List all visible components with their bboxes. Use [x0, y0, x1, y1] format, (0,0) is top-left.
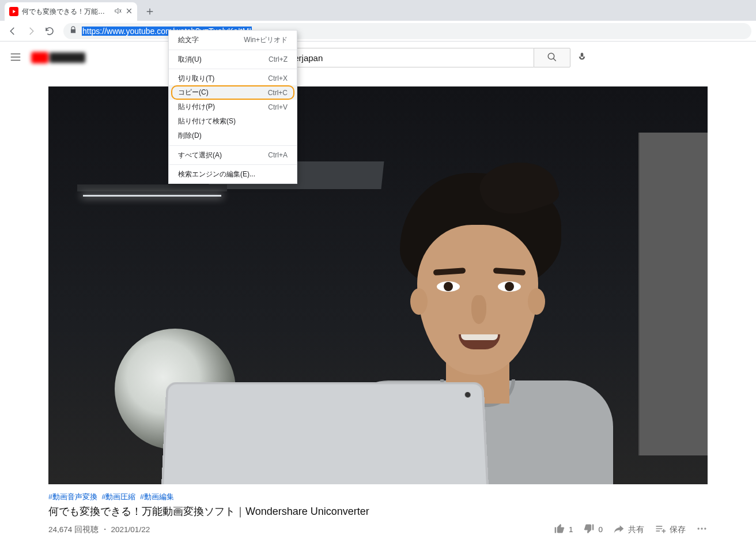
thumbs-down-icon [583, 523, 595, 535]
hashtag-link[interactable]: #動画音声変換 [48, 493, 97, 501]
video-actions: 1 0 共有 保存 [554, 523, 708, 535]
svg-point-0 [548, 53, 554, 59]
ctx-shortcut: Ctrl+C [268, 89, 288, 97]
dislike-count: 0 [598, 525, 603, 534]
svg-point-2 [701, 528, 702, 529]
ctx-paste-search[interactable]: 貼り付けて検索(S) [169, 114, 297, 129]
ctx-label: 取消(U) [178, 55, 202, 65]
ctx-undo[interactable]: 取消(U) Ctrl+Z [169, 50, 297, 66]
ctx-delete[interactable]: 削除(D) [169, 129, 297, 143]
page-content: #動画音声変換 #動画圧縮 #動画編集 何でも変換できる！万能動画変換ソフト｜W… [0, 86, 756, 535]
ctx-label: 貼り付けて検索(S) [178, 116, 236, 126]
hashtag-link[interactable]: #動画圧縮 [101, 493, 135, 501]
share-label: 共有 [628, 525, 644, 535]
playlist-add-icon [655, 523, 666, 535]
reload-button[interactable] [41, 23, 58, 39]
tab-close-icon[interactable] [126, 7, 133, 16]
save-label: 保存 [670, 525, 686, 535]
video-player[interactable] [48, 86, 708, 484]
youtube-favicon-icon [9, 7, 18, 16]
address-bar[interactable]: https://www.youtube.com/watch?v=TuolvKoI… [63, 23, 751, 39]
like-count: 1 [569, 525, 573, 534]
ctx-paste[interactable]: 貼り付け(P) Ctrl+V [169, 100, 297, 114]
forward-button[interactable] [23, 23, 39, 39]
search-icon [547, 52, 557, 64]
tab-mute-icon[interactable] [114, 7, 122, 17]
thumbs-up-icon [554, 523, 565, 535]
ctx-label: 切り取り(T) [178, 74, 214, 84]
ctx-copy[interactable]: コピー(C) Ctrl+C [169, 85, 297, 100]
meta-separator: ・ [101, 525, 109, 534]
save-button[interactable]: 保存 [655, 523, 686, 535]
ctx-cut[interactable]: 切り取り(T) Ctrl+X [169, 69, 297, 85]
new-tab-button[interactable] [142, 3, 158, 20]
ctx-label: 絵文字 [178, 35, 199, 45]
ctx-label: 削除(D) [178, 131, 202, 141]
youtube-header [0, 42, 756, 74]
youtube-logo-text [50, 52, 85, 63]
video-frame [48, 86, 708, 484]
browser-toolbar: https://www.youtube.com/watch?v=TuolvKoI… [0, 21, 756, 42]
video-meta-row: 24,674 回視聴 ・ 2021/01/22 1 0 共有 保存 [48, 523, 708, 535]
video-stats: 24,674 回視聴 ・ 2021/01/22 [48, 525, 554, 535]
voice-search-button[interactable] [570, 48, 594, 67]
share-button[interactable]: 共有 [613, 523, 644, 535]
browser-tab[interactable]: 何でも変換できる！万能動画変 [5, 2, 137, 21]
ctx-shortcut: Ctrl+V [268, 103, 288, 111]
ctx-select-all[interactable]: すべて選択(A) Ctrl+A [169, 145, 297, 162]
ctx-shortcut: Ctrl+A [268, 151, 288, 159]
share-icon [613, 523, 625, 535]
youtube-logo-icon [31, 52, 48, 63]
hashtag-link[interactable]: #動画編集 [140, 493, 174, 501]
upload-date: 2021/01/22 [111, 525, 150, 534]
ctx-label: すべて選択(A) [178, 150, 222, 160]
menu-button[interactable] [9, 51, 22, 65]
ctx-edit-engines[interactable]: 検索エンジンの編集(E)... [169, 164, 297, 181]
ctx-label: コピー(C) [178, 88, 209, 97]
ctx-shortcut: Ctrl+X [268, 74, 288, 82]
like-button[interactable]: 1 [554, 523, 573, 535]
context-menu: 絵文字 Win+ピリオド 取消(U) Ctrl+Z 切り取り(T) Ctrl+X… [168, 30, 297, 184]
svg-point-3 [704, 528, 706, 529]
svg-point-1 [698, 528, 700, 529]
back-button[interactable] [5, 23, 21, 39]
tab-title: 何でも変換できる！万能動画変 [22, 7, 111, 17]
video-hashtags: #動画音声変換 #動画圧縮 #動画編集 [48, 492, 708, 502]
dislike-button[interactable]: 0 [583, 523, 603, 535]
lock-icon [69, 26, 77, 36]
ctx-label: 貼り付け(P) [178, 102, 215, 112]
video-title: 何でも変換できる！万能動画変換ソフト｜Wondershare Uniconver… [48, 504, 708, 518]
microphone-icon [577, 51, 587, 65]
ctx-label: 検索エンジンの編集(E)... [178, 169, 255, 179]
youtube-logo[interactable] [31, 52, 85, 63]
ctx-emoji[interactable]: 絵文字 Win+ピリオド [169, 33, 297, 47]
more-actions-button[interactable] [696, 523, 708, 535]
browser-tabstrip: 何でも変換できる！万能動画変 [0, 0, 756, 21]
more-horizontal-icon [696, 528, 708, 535]
search-button[interactable] [534, 48, 570, 67]
ctx-shortcut: Win+ピリオド [244, 35, 288, 45]
view-count: 24,674 回視聴 [48, 525, 99, 534]
ctx-shortcut: Ctrl+Z [269, 55, 288, 63]
